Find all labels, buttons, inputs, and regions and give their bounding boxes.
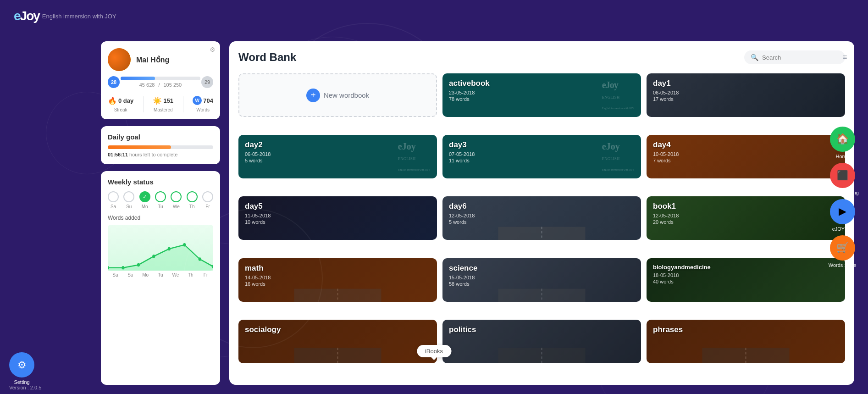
filter-icon[interactable]: ≡: [843, 53, 847, 61]
wordbook-day3[interactable]: eJoyENGLISHEnglish immersion with JOY da…: [442, 135, 641, 178]
words-value: 704: [203, 97, 213, 104]
words-added-label: Words added: [108, 215, 213, 221]
wordbook-content: day4 10-05-2018 7 words: [647, 135, 845, 169]
xp-total: 105 250: [163, 82, 182, 88]
day-circle-tu: [155, 191, 166, 202]
stat-divider-2: [183, 96, 183, 112]
wordbook-content: book1 12-05-2018 20 words: [647, 196, 845, 230]
wordbook-content: phrases: [647, 320, 845, 342]
wordbook-phrases[interactable]: phrases: [647, 320, 845, 363]
wordbook-content: day6 12-05-2018 5 words: [442, 196, 641, 230]
nav-movie-label: Movie Training: [826, 190, 859, 195]
xp-fill: [121, 77, 155, 80]
xp-current: 45 628: [139, 82, 155, 88]
profile-header: Mai Hồng: [108, 48, 213, 71]
profile-card: ⚙ Mai Hồng 28 29 45 628 / 105 250: [101, 41, 220, 119]
day-fr: Fr: [202, 191, 213, 209]
svg-point-4: [152, 255, 155, 258]
new-wordbook-label: New wordbook: [324, 91, 369, 99]
movie-icon: ⬛: [837, 170, 848, 181]
search-icon: 🔍: [751, 54, 758, 61]
avatar: [108, 48, 131, 71]
day-circle-fr: [202, 191, 213, 202]
daily-goal-card: Daily goal 01:56:11 hours left to comple…: [101, 126, 220, 164]
sun-icon: ☀️: [153, 96, 162, 105]
wordbook-activebook[interactable]: eJoyENGLISHEnglish immersion with JOY ac…: [442, 73, 641, 117]
logo-text: eJoy: [14, 9, 39, 23]
level-current: 28: [108, 76, 120, 88]
bottom-left: ⚙ Setting: [9, 352, 34, 385]
wordbook-content: science 15-05-2018 58 words: [442, 258, 641, 292]
wordbook-socialogy[interactable]: socialogy: [238, 320, 437, 363]
wordbook-politics[interactable]: politics: [442, 320, 641, 363]
wordbook-book1[interactable]: book1 12-05-2018 20 words: [647, 196, 845, 240]
ibooks-tooltip: iBooks: [417, 345, 451, 357]
level-next: 29: [201, 76, 213, 88]
profile-name: Mai Hồng: [136, 55, 169, 64]
settings-button[interactable]: ⚙: [9, 352, 34, 377]
words-chart: 0 0 5 7 10 3 1: [108, 225, 213, 271]
logo: eJoy English immersion with JOY: [14, 9, 116, 23]
svg-point-3: [137, 263, 140, 267]
goal-bar-fill: [108, 145, 171, 149]
xp-track: [121, 77, 200, 80]
stat-divider-1: [143, 96, 144, 112]
version-text: Version : 2.0.5: [9, 385, 41, 390]
wordbook-day6[interactable]: day6 12-05-2018 5 words: [442, 196, 641, 240]
day-su: Su: [123, 191, 134, 209]
goal-time-value: 01:56:11: [108, 152, 128, 157]
mastered-label: Mastered: [154, 107, 173, 112]
day-circle-mo: ✓: [139, 191, 150, 202]
left-panel: ⚙ Mai Hồng 28 29 45 628 / 105 250: [101, 41, 220, 385]
wordbook-day2[interactable]: eJoyENGLISHEnglish immersion with JOY da…: [238, 135, 437, 178]
day-circle-su: [123, 191, 134, 202]
weekly-status-title: Weekly status: [108, 178, 213, 186]
wordbank-header: Word Bank 🔍 ≡: [238, 50, 845, 64]
day-sa: Sa: [108, 191, 119, 209]
wordbook-content: day2 06-05-2018 5 words: [238, 135, 437, 169]
wordbook-day4[interactable]: day4 10-05-2018 7 words: [647, 135, 845, 178]
wordbook-science[interactable]: science 15-05-2018 58 words: [442, 258, 641, 302]
wordbook-content: socialogy: [238, 320, 437, 342]
mastered-value: 151: [163, 97, 173, 104]
words-store-icon-btn[interactable]: 🛒: [830, 235, 855, 261]
wordbook-content: day5 11-05-2018 10 words: [238, 196, 437, 230]
settings-label: Setting: [14, 379, 29, 385]
header: eJoy English immersion with JOY: [0, 0, 868, 32]
day-circle-we: [171, 191, 182, 202]
wordbook-day1[interactable]: day1 06-05-2018 17 words: [647, 73, 845, 117]
goal-time: 01:56:11 hours left to complete: [108, 152, 213, 157]
xp-labels: 45 628 / 105 250: [108, 82, 213, 88]
wordbook-content: math 14-05-2018 16 words: [238, 258, 437, 292]
profile-settings-icon[interactable]: ⚙: [210, 46, 216, 53]
right-panel: Word Bank 🔍 ≡ + New wordbook eJoyENGLISH…: [229, 41, 854, 385]
daily-goal-title: Daily goal: [108, 133, 213, 141]
fire-icon: 🔥: [108, 96, 117, 105]
wordbook-content: activebook 23-05-2018 78 words: [442, 73, 641, 107]
streak-label: Streak: [114, 107, 127, 112]
goal-bar-track: [108, 145, 213, 149]
mastered-stat: ☀️ 151 Mastered: [153, 96, 173, 112]
svg-point-5: [168, 247, 171, 251]
search-input[interactable]: [762, 54, 839, 61]
day-we: We: [171, 191, 182, 209]
wordbook-biology[interactable]: biologyandmedicine 18-05-2018 40 words: [647, 258, 845, 302]
wordbook-content: day1 06-05-2018 17 words: [647, 73, 845, 107]
day-mo: ✓ Mo: [139, 191, 150, 209]
day-circle-th: [187, 191, 198, 202]
search-bar[interactable]: 🔍 ≡: [744, 50, 845, 64]
day-circle-sa: [108, 191, 119, 202]
new-wordbook-card[interactable]: + New wordbook: [238, 73, 437, 117]
wordbooks-grid: + New wordbook eJoyENGLISHEnglish immers…: [238, 73, 845, 376]
streak-value: 0 day: [118, 97, 133, 104]
wordbook-content: day3 07-05-2018 11 words: [442, 135, 641, 169]
new-wordbook-plus-icon: +: [306, 89, 320, 102]
wordbook-math[interactable]: math 14-05-2018 16 words: [238, 258, 437, 302]
days-row: Sa Su ✓ Mo Tu We: [108, 191, 213, 209]
words-label: Words: [196, 107, 210, 112]
w-badge: W: [193, 96, 202, 105]
day-tu: Tu: [155, 191, 166, 209]
logo-tagline: English immersion with JOY: [42, 13, 116, 20]
day-th: Th: [187, 191, 198, 209]
wordbook-day5[interactable]: day5 11-05-2018 10 words: [238, 196, 437, 240]
